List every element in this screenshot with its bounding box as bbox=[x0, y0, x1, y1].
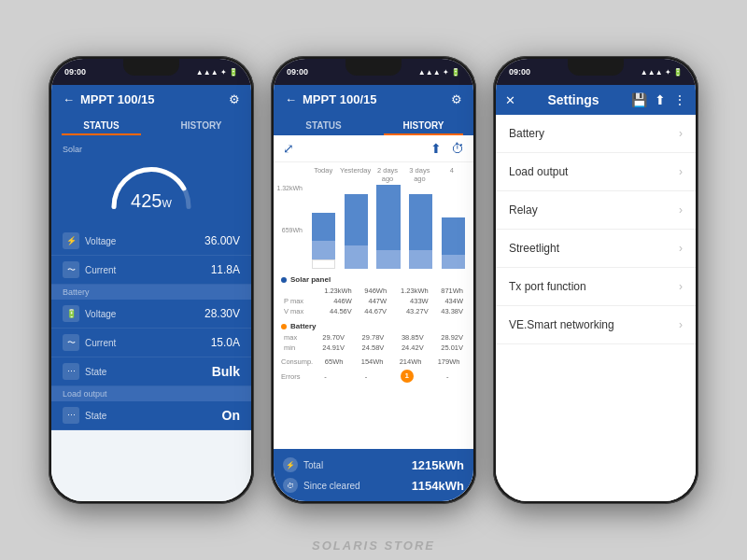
battery-section: Battery max 29.70V 29.78V 38.85V 28.92V bbox=[274, 319, 473, 356]
bar-top-4 bbox=[442, 217, 465, 255]
bar-top-2 bbox=[376, 185, 400, 250]
bar-bottom-1 bbox=[345, 245, 368, 269]
voltage-label-battery: Voltage bbox=[85, 309, 116, 319]
settings-label-relay: Relay bbox=[509, 203, 538, 217]
error-badge: 1 bbox=[401, 370, 414, 383]
state-value-load: On bbox=[222, 408, 240, 423]
current-value-solar: 11.8A bbox=[211, 263, 240, 276]
consump-row: Consump. 65Wh 154Wh 214Wh 179Wh bbox=[274, 356, 473, 368]
phones-container: 09:00 ▲▲▲ ✦ 🔋 ← MPPT 100/15 ⚙ STATUS HIS… bbox=[49, 56, 698, 504]
tab-status-1[interactable]: STATUS bbox=[51, 114, 151, 135]
battery-voltage-row: 🔋 Voltage 28.30V bbox=[51, 300, 251, 329]
consump-3: 179Wh bbox=[431, 357, 466, 366]
back-icon-2[interactable]: ← bbox=[285, 92, 297, 106]
header-right-1: ⚙ bbox=[229, 92, 240, 106]
vmax-0: 44.56V bbox=[313, 306, 355, 316]
bat-max-2: 38.85V bbox=[387, 332, 426, 343]
watermark: SOLARIS STORE bbox=[312, 539, 435, 553]
solar-table: 1.23kWh 946Wh 1.23kWh 871Wh P max 446W 4… bbox=[281, 286, 466, 316]
error-1: - bbox=[347, 372, 385, 381]
gear-icon-2[interactable]: ⚙ bbox=[451, 92, 462, 106]
settings-item-txport[interactable]: Tx port function › bbox=[496, 268, 696, 306]
pmax-0: 446W bbox=[313, 296, 355, 306]
settings-item-vesmart[interactable]: VE.Smart networking › bbox=[496, 306, 696, 344]
voltage-icon-solar: ⚡ bbox=[63, 232, 79, 249]
save-icon[interactable]: 💾 bbox=[631, 92, 647, 107]
current-label-solar: Current bbox=[85, 265, 116, 275]
expand-icon[interactable]: ⤢ bbox=[283, 141, 294, 156]
settings-label-streetlight: Streetlight bbox=[509, 242, 559, 255]
solar-voltage-row: ⚡ Voltage 36.00V bbox=[51, 227, 251, 256]
consump-2: 214Wh bbox=[393, 357, 428, 366]
voltage-value-battery: 28.30V bbox=[204, 307, 240, 320]
battery-bullet bbox=[281, 324, 287, 329]
back-icon-1[interactable]: ← bbox=[63, 92, 75, 106]
voltage-icon-battery: 🔋 bbox=[63, 305, 79, 322]
settings-label-battery: Battery bbox=[509, 127, 544, 140]
header-title-2: MPPT 100/15 bbox=[303, 92, 377, 106]
solar-current-row: 〜 Current 11.8A bbox=[51, 256, 251, 285]
gauge-container: 425W bbox=[105, 158, 198, 214]
consump-label: Consump. bbox=[281, 357, 313, 366]
error-0: - bbox=[307, 372, 345, 381]
status-bar-2: 09:00 ▲▲▲ ✦ 🔋 bbox=[274, 59, 473, 85]
bat-min-0: 24.91V bbox=[308, 343, 347, 353]
total-row-0: ⚡ Total 1215kWh bbox=[283, 455, 464, 475]
bar-bottom-0 bbox=[312, 241, 335, 259]
battery-section-label: Battery bbox=[290, 322, 317, 330]
bar-3 bbox=[406, 185, 436, 269]
state-icon-load: ⋯ bbox=[63, 407, 79, 424]
error-3: - bbox=[429, 372, 466, 381]
tab-history-2[interactable]: HISTORY bbox=[374, 114, 473, 135]
state-value-battery: Bulk bbox=[212, 364, 240, 379]
bat-min-row: min 24.91V 24.58V 24.42V 25.01V bbox=[281, 343, 466, 353]
share-icon-settings[interactable]: ⬆ bbox=[655, 92, 666, 107]
gear-icon-1[interactable]: ⚙ bbox=[229, 92, 240, 106]
status-bar-3: 09:00 ▲▲▲ ✦ 🔋 bbox=[496, 59, 696, 85]
battery-table: max 29.70V 29.78V 38.85V 28.92V min 24.9… bbox=[281, 332, 466, 353]
solar-section-label: Solar bbox=[51, 145, 82, 154]
solar-panel-label: Solar panel bbox=[290, 275, 331, 284]
chevron-icon-battery: › bbox=[679, 127, 683, 140]
yield-3: 871Wh bbox=[431, 286, 466, 296]
battery-divider: Battery bbox=[51, 285, 251, 300]
bar-0 bbox=[309, 185, 339, 269]
x-label-3: 3 days ago bbox=[403, 166, 435, 183]
pmax-3: 434W bbox=[431, 296, 466, 306]
y-label-mid: 659Wh bbox=[282, 227, 303, 233]
settings-item-streetlight[interactable]: Streetlight › bbox=[496, 230, 696, 268]
phone-settings: 09:00 ▲▲▲ ✦ 🔋 ✕ Settings 💾 ⬆ ⋮ Battery › bbox=[493, 56, 698, 504]
y-label-top: 1.32kWh bbox=[276, 185, 303, 191]
bat-min-1: 24.58V bbox=[347, 343, 387, 353]
settings-item-relay[interactable]: Relay › bbox=[496, 191, 696, 230]
load-divider: Load output bbox=[51, 386, 251, 401]
total-value-0: 1215kWh bbox=[412, 458, 464, 472]
clock-icon[interactable]: ⏱ bbox=[451, 141, 464, 156]
settings-item-battery[interactable]: Battery › bbox=[496, 115, 696, 153]
tab-history-1[interactable]: HISTORY bbox=[151, 114, 251, 135]
solar-panel-section: Solar panel 1.23kWh 946Wh 1.23kWh 871Wh bbox=[274, 273, 473, 319]
current-value-battery: 15.0A bbox=[211, 336, 240, 349]
errors-row: Errors - - 1 - bbox=[274, 368, 473, 385]
settings-item-load[interactable]: Load output › bbox=[496, 153, 696, 191]
status-screen: Solar 425W ⚡ Voltage bbox=[51, 135, 251, 501]
bat-max-3: 28.92V bbox=[427, 332, 466, 343]
total-value-1: 1154kWh bbox=[412, 479, 464, 493]
bar-bottom-4 bbox=[442, 255, 465, 269]
more-icon[interactable]: ⋮ bbox=[673, 92, 686, 107]
chart-area: Today Yesterday 2 days ago 3 days ago 4 … bbox=[274, 162, 473, 273]
total-icon-0: ⚡ bbox=[283, 457, 298, 472]
tab-status-2[interactable]: STATUS bbox=[274, 114, 374, 135]
x-label-0: Today bbox=[307, 166, 339, 183]
close-icon[interactable]: ✕ bbox=[505, 93, 515, 107]
consump-1: 154Wh bbox=[355, 357, 389, 366]
chevron-icon-load: › bbox=[679, 165, 683, 178]
bar-bottom-3 bbox=[409, 250, 432, 269]
share-icon[interactable]: ⬆ bbox=[430, 141, 442, 156]
settings-label-vesmart: VE.Smart networking bbox=[509, 318, 614, 331]
history-totals: ⚡ Total 1215kWh ⏱ Since cleared 1154kWh bbox=[274, 449, 473, 501]
pmax-row: P max 446W 447W 433W 434W bbox=[281, 296, 466, 306]
yield-2: 1.23kWh bbox=[389, 286, 431, 296]
pmax-2: 433W bbox=[389, 296, 431, 306]
chevron-icon-streetlight: › bbox=[679, 242, 683, 255]
